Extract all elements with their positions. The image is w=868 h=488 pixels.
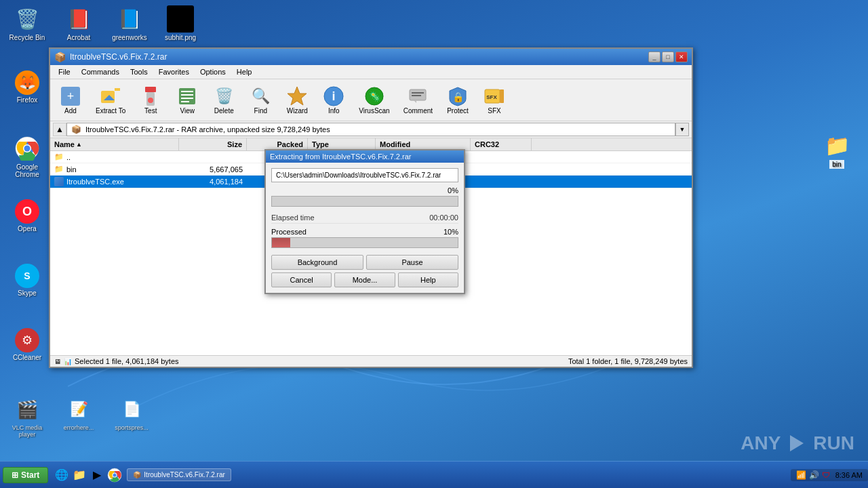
elapsed-value: 00:00:00 (429, 214, 458, 222)
test-button[interactable]: Test (133, 82, 168, 118)
menu-options[interactable]: Options (195, 66, 231, 77)
comment-button[interactable]: Comment (397, 82, 439, 118)
progress-bar-container (271, 196, 458, 207)
window-controls: _ □ ✕ (648, 52, 688, 62)
svg-marker-19 (288, 87, 307, 105)
virusscan-button[interactable]: 🦠 VirusScan (353, 82, 395, 118)
svg-rect-15 (181, 91, 193, 92)
mode-button[interactable]: Mode... (334, 272, 395, 287)
svg-rect-26 (412, 95, 421, 96)
sfx-label: SFX (488, 107, 500, 115)
find-button[interactable]: 🔍 Find (243, 82, 278, 118)
close-button[interactable]: ✕ (675, 52, 688, 62)
google-chrome-icon[interactable]: Google Chrome (3, 132, 52, 181)
svg-text:🦠: 🦠 (368, 91, 380, 102)
errorhere-icon[interactable]: 📝 errorhere... (54, 393, 103, 434)
col-header-size[interactable]: Size (179, 138, 247, 150)
view-button[interactable]: View (170, 82, 205, 118)
maximize-button[interactable]: □ (662, 52, 674, 62)
menu-favorites[interactable]: Favorites (153, 66, 195, 77)
svg-text:i: i (332, 89, 336, 103)
svg-rect-16 (181, 94, 193, 96)
taskbar-items: 📦 ItroublveTSC.v6.Fix.7.2.rar (125, 467, 790, 483)
info-button[interactable]: i Info (316, 82, 351, 118)
media-player-icon[interactable]: ▶ (89, 467, 105, 483)
acrobat-icon[interactable]: 📕 Acrobat (54, 3, 103, 44)
sportspres-icon[interactable]: 📄 sportspres... (107, 393, 156, 434)
window-title: ItroublveTSC.v6.Fix.7.2.rar (70, 52, 167, 62)
menu-tools[interactable]: Tools (125, 66, 153, 77)
menu-file[interactable]: File (53, 66, 76, 77)
bin-folder-desktop[interactable]: 📁 bin (812, 129, 861, 171)
menu-help[interactable]: Help (231, 66, 258, 77)
col-header-name[interactable]: Name ▲ (50, 138, 179, 150)
wizard-button[interactable]: Wizard (279, 82, 315, 118)
svg-text:🔒: 🔒 (452, 92, 465, 103)
svg-text:SFX: SFX (486, 94, 497, 100)
anyrun-play-icon (786, 432, 808, 454)
dialog-buttons-row1: Background Pause (271, 255, 458, 270)
winrar-taskbar-item[interactable]: 📦 ItroublveTSC.v6.Fix.7.2.rar (127, 468, 231, 481)
processed-value: 10% (443, 228, 458, 236)
dialog-content: C:\Users\admin\Downloads\ItroublveTSC.v6… (266, 163, 464, 293)
chrome-taskbar-icon[interactable] (106, 467, 123, 483)
wizard-label: Wizard (287, 107, 308, 115)
skype-icon[interactable]: S Skype (3, 261, 52, 300)
dialog-titlebar: Extracting from ItroublveTSC.v6.Fix.7.2.… (266, 150, 464, 163)
menu-bar: File Commands Tools Favorites Options He… (50, 65, 692, 79)
svg-rect-11 (145, 87, 156, 92)
exe-icon (54, 177, 64, 186)
toolbar: + Add Extract To (50, 79, 692, 121)
dialog-path: C:\Users\admin\Downloads\ItroublveTSC.v6… (271, 168, 458, 182)
add-button[interactable]: + Add (53, 82, 88, 118)
minimize-button[interactable]: _ (648, 52, 660, 62)
opera-icon[interactable]: O Opera (3, 197, 52, 235)
quick-launch: 🌐 📁 ▶ (54, 467, 123, 483)
cancel-button[interactable]: Cancel (271, 272, 332, 287)
explorer-taskbar-icon[interactable]: 📁 (71, 467, 87, 483)
menu-commands[interactable]: Commands (76, 66, 125, 77)
anyrun-watermark: ANY RUN (741, 432, 854, 454)
background-button[interactable]: Background (271, 255, 363, 270)
status-bar: 🖥 📊 Selected 1 file, 4,061,184 bytes Tot… (50, 355, 692, 367)
dialog-title: Extracting from ItroublveTSC.v6.Fix.7.2.… (270, 152, 411, 161)
processed-bar-container (271, 237, 458, 248)
svg-rect-25 (412, 92, 424, 94)
system-tray: 📶 🔊 🛡 8:36 AM (791, 469, 868, 481)
processed-bar-fill (272, 238, 290, 247)
address-dropdown[interactable]: ▼ (675, 123, 689, 136)
view-label: View (180, 107, 195, 115)
taskbar: ⊞ Start 🌐 📁 ▶ 📦 (0, 461, 868, 488)
greenworks-icon[interactable]: 📘 greenworks (105, 3, 154, 44)
desktop: 🗑️ Recycle Bin 📕 Acrobat 📘 greenworks su… (0, 0, 868, 488)
security-icon: 🛡 (822, 470, 830, 480)
recycle-bin-icon[interactable]: 🗑️ Recycle Bin (3, 3, 52, 44)
processed-label: Processed (271, 228, 307, 236)
firefox-icon[interactable]: 🦊 Firefox (3, 68, 52, 106)
delete-button[interactable]: 🗑️ Delete (206, 82, 241, 118)
status-right-text: Total 1 folder, 1 file, 9,728,249 bytes (568, 357, 688, 365)
start-button[interactable]: ⊞ Start (3, 467, 48, 483)
volume-icon: 🔊 (809, 470, 819, 480)
winrar-title-icon: 📦 (54, 52, 66, 62)
svg-rect-9 (115, 88, 120, 91)
ie-icon[interactable]: 🌐 (54, 467, 70, 483)
svg-text:+: + (67, 89, 75, 103)
address-text: ItroublveTSC.v6.Fix.7.2.rar - RAR archiv… (85, 125, 330, 134)
col-header-crc[interactable]: CRC32 (471, 138, 532, 150)
extract-to-button[interactable]: Extract To (90, 82, 132, 118)
protect-button[interactable]: 🔒 Protect (440, 82, 475, 118)
subhit-icon[interactable]: subhit.png (156, 3, 205, 44)
vlc-icon[interactable]: 🎬 VLC media player (3, 393, 52, 441)
pause-button[interactable]: Pause (366, 255, 458, 270)
svg-rect-17 (181, 98, 193, 99)
extraction-dialog: Extracting from ItroublveTSC.v6.Fix.7.2.… (264, 149, 465, 294)
back-button[interactable]: ▲ (53, 123, 66, 136)
test-label: Test (144, 107, 157, 115)
window-titlebar: 📦 ItroublveTSC.v6.Fix.7.2.rar _ □ ✕ (50, 49, 692, 65)
help-button[interactable]: Help (398, 272, 458, 287)
sfx-button[interactable]: SFX SFX (477, 82, 512, 118)
svg-point-3 (24, 146, 31, 152)
find-label: Find (254, 107, 267, 115)
ccleaner-icon[interactable]: ⚙ CCleaner (3, 325, 52, 364)
